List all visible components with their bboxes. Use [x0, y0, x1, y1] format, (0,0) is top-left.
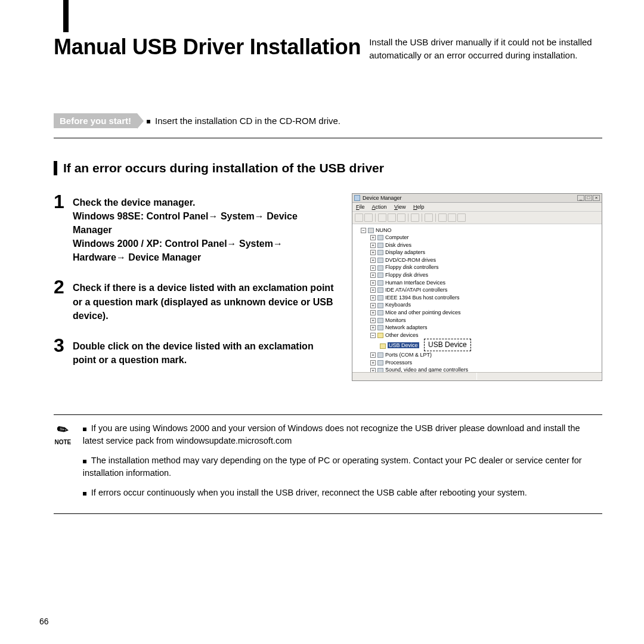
step-number: 3	[54, 337, 68, 367]
steps-column: 1 Check the device manager. Windows 98SE…	[54, 193, 338, 382]
maximize-icon[interactable]: □	[585, 195, 592, 201]
before-text-content: Insert the installation CD in the CD-ROM…	[155, 116, 340, 126]
tree-node[interactable]: +Display adapters	[354, 249, 600, 256]
tree-node[interactable]: +Network adapters	[354, 324, 600, 332]
dm-window-title: Device Manager	[363, 195, 402, 201]
toolbar-tree-icon[interactable]	[388, 213, 396, 222]
tree-node[interactable]: +Monitors	[354, 317, 600, 324]
toolbar-print-icon[interactable]	[397, 213, 405, 222]
page-header: Manual USB Driver Installation Install t…	[54, 35, 602, 62]
before-you-start-block: Before you start! Insert the installatio…	[54, 113, 602, 128]
tree-node[interactable]: +Ports (COM & LPT)	[354, 351, 600, 359]
toolbar-forward-icon[interactable]	[364, 213, 373, 222]
tree-node-label: Ports (COM & LPT)	[385, 352, 432, 358]
step-body: Check the device manager. Windows 98SE: …	[73, 193, 338, 265]
note-list: If you are using Windows 2000 and your v…	[83, 422, 602, 506]
bullet-icon	[83, 492, 86, 496]
dm-window-buttons: _ □ ×	[577, 195, 600, 201]
tree-node[interactable]: +Disk drives	[354, 242, 600, 249]
bullet-icon	[83, 460, 86, 463]
tree-node-label: IDE ATA/ATAPI controllers	[385, 287, 447, 293]
tree-node-label: IEEE 1394 Bus host controllers	[385, 295, 460, 301]
page-number: 66	[39, 617, 49, 626]
menu-view[interactable]: View	[394, 204, 405, 210]
top-accent-bar	[63, 0, 69, 32]
step-1: 1 Check the device manager. Windows 98SE…	[54, 193, 338, 265]
tree-root[interactable]: −NUNO	[354, 227, 600, 234]
menu-action[interactable]: Action	[372, 204, 387, 210]
tree-node-other-devices[interactable]: −Other devices	[354, 332, 600, 339]
steps-row: 1 Check the device manager. Windows 98SE…	[54, 193, 602, 382]
bullet-icon	[147, 120, 150, 123]
bullet-icon	[83, 428, 86, 431]
divider	[54, 138, 602, 138]
tree-node-label-selected: USB Device	[388, 342, 419, 348]
tree-node[interactable]: +Mice and other pointing devices	[354, 309, 600, 317]
section-heading-text: If an error occurs during installation o…	[63, 161, 384, 175]
note-item-text: If errors occur continuously when you in…	[91, 488, 527, 497]
toolbar-nic-icon[interactable]	[457, 213, 466, 222]
tree-node-label: Mice and other pointing devices	[385, 309, 461, 315]
note-label: ✎ NOTE	[54, 422, 72, 506]
tree-node-label: Processors	[385, 360, 412, 366]
note-label-text: NOTE	[55, 439, 72, 445]
minimize-icon[interactable]: _	[577, 195, 584, 201]
menu-help[interactable]: Help	[413, 204, 425, 210]
menu-file[interactable]: File	[356, 204, 365, 210]
tree-node-label: Keyboards	[385, 302, 411, 308]
dm-statusbar	[352, 372, 602, 380]
tree-node[interactable]: +Keyboards	[354, 301, 600, 309]
warning-icon	[380, 343, 386, 349]
tree-node-label: DVD/CD-ROM drives	[385, 257, 436, 263]
toolbar-help-icon[interactable]	[411, 213, 419, 222]
usb-device-callout: USB Device	[424, 339, 471, 351]
close-icon[interactable]: ×	[593, 195, 600, 201]
heading-accent-bar	[54, 161, 57, 175]
toolbar-properties-icon[interactable]	[378, 213, 386, 222]
toolbar-scan-icon[interactable]	[438, 213, 447, 222]
tree-node[interactable]: +Floppy disk controllers	[354, 264, 600, 271]
before-you-start-badge: Before you start!	[54, 113, 137, 128]
tree-node[interactable]: +Human Interface Devices	[354, 279, 600, 287]
dm-app-icon	[354, 195, 360, 201]
note-item-text: The installation method may vary dependi…	[83, 456, 582, 478]
tree-node-label: Other devices	[385, 332, 419, 338]
tree-node[interactable]: +Sound, video and game controllers	[354, 366, 600, 371]
tree-node[interactable]: +DVD/CD-ROM drives	[354, 256, 600, 264]
tree-root-label: NUNO	[376, 227, 392, 233]
toolbar-uninstall-icon[interactable]	[448, 213, 456, 222]
tree-node-usb-device[interactable]: USB Device USB Device	[354, 339, 600, 351]
page-title: Manual USB Driver Installation	[54, 35, 361, 60]
tree-node[interactable]: +Computer	[354, 234, 600, 242]
tree-node[interactable]: +IDE ATA/ATAPI controllers	[354, 286, 600, 294]
tree-node[interactable]: +Floppy disk drives	[354, 271, 600, 279]
step-body: Double click on the device listed with a…	[73, 337, 338, 367]
note-block: ✎ NOTE If you are using Windows 2000 and…	[54, 414, 602, 514]
dm-toolbar	[352, 212, 602, 224]
note-item: If errors occur continuously when you in…	[83, 487, 602, 499]
before-you-start-text: Insert the installation CD in the CD-ROM…	[147, 116, 340, 126]
toolbar-back-icon[interactable]	[355, 213, 363, 222]
step-number: 1	[54, 193, 68, 265]
pencil-icon: ✎	[54, 421, 72, 440]
toolbar-update-icon[interactable]	[425, 213, 433, 222]
device-manager-screenshot: Device Manager _ □ × File Action View He…	[352, 193, 602, 382]
tree-node[interactable]: +IEEE 1394 Bus host controllers	[354, 294, 600, 302]
step-body: Check if there is a device listed with a…	[73, 278, 338, 323]
step-3: 3 Double click on the device listed with…	[54, 337, 338, 367]
note-item-text: If you are using Windows 2000 and your v…	[83, 423, 580, 445]
tree-node-label: Sound, video and game controllers	[385, 367, 468, 371]
tree-node-label: Floppy disk controllers	[385, 264, 439, 270]
step-number: 2	[54, 278, 68, 323]
tree-node-label: Human Interface Devices	[385, 280, 445, 286]
tree-node-label: Monitors	[385, 317, 406, 323]
dm-titlebar: Device Manager _ □ ×	[352, 194, 602, 203]
tree-node[interactable]: +Processors	[354, 359, 600, 367]
step-2: 2 Check if there is a device listed with…	[54, 278, 338, 323]
tree-node-label: Network adapters	[385, 324, 428, 330]
tree-node-label: Computer	[385, 234, 409, 240]
tree-node-label: Disk drives	[385, 242, 411, 248]
note-item: The installation method may vary dependi…	[83, 454, 602, 479]
page-subtitle: Install the USB driver manually if it co…	[369, 35, 602, 62]
dm-menubar: File Action View Help	[352, 203, 602, 212]
